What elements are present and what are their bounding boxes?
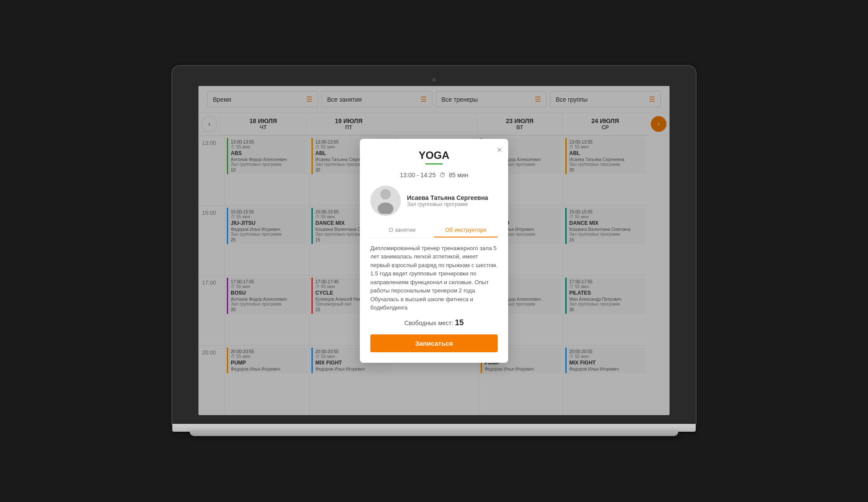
- modal-underline: [425, 163, 443, 165]
- laptop-screen: Время ☰ Все занятия ☰ Все тренеры ☰ Все …: [198, 86, 670, 415]
- laptop-camera: [432, 78, 436, 82]
- modal-title: YOGA: [370, 149, 498, 162]
- trainer-row: Исаева Татьяна Сергеевна Зал групповых п…: [370, 186, 498, 216]
- tab-about-trainer[interactable]: Об инструкторе: [434, 223, 498, 237]
- modal-close-button[interactable]: ×: [497, 145, 502, 155]
- class-detail-modal: × YOGA 13:00 - 14:25 ⏱ 85 мин: [360, 139, 508, 363]
- modal-description: Дипломированный тренер тренажерного зала…: [370, 244, 498, 312]
- modal-overlay: × YOGA 13:00 - 14:25 ⏱ 85 мин: [198, 86, 670, 415]
- modal-tabs: О занятии Об инструкторе: [370, 223, 498, 238]
- modal-duration: 85 мин: [449, 172, 468, 179]
- laptop-base: [172, 424, 696, 432]
- modal-time-row: 13:00 - 14:25 ⏱ 85 мин: [370, 172, 498, 179]
- trainer-avatar: [370, 186, 401, 216]
- laptop-foot: [190, 432, 678, 436]
- trainer-info: Исаева Татьяна Сергеевна Зал групповых п…: [407, 194, 488, 207]
- svg-point-0: [380, 189, 391, 199]
- tab-about-class[interactable]: О занятии: [370, 223, 434, 237]
- app-content: Время ☰ Все занятия ☰ Все тренеры ☰ Все …: [198, 86, 670, 415]
- spots-row: Свободных мест: 15: [370, 318, 498, 327]
- signup-button[interactable]: Записаться: [370, 334, 498, 352]
- spots-label: Свободных мест:: [404, 320, 453, 327]
- svg-point-1: [378, 203, 393, 214]
- modal-time: 13:00 - 14:25: [400, 172, 436, 179]
- spots-count: 15: [455, 318, 464, 327]
- trainer-room: Зал групповых программ: [407, 201, 488, 207]
- clock-icon: ⏱: [439, 172, 445, 179]
- trainer-name: Исаева Татьяна Сергеевна: [407, 194, 488, 201]
